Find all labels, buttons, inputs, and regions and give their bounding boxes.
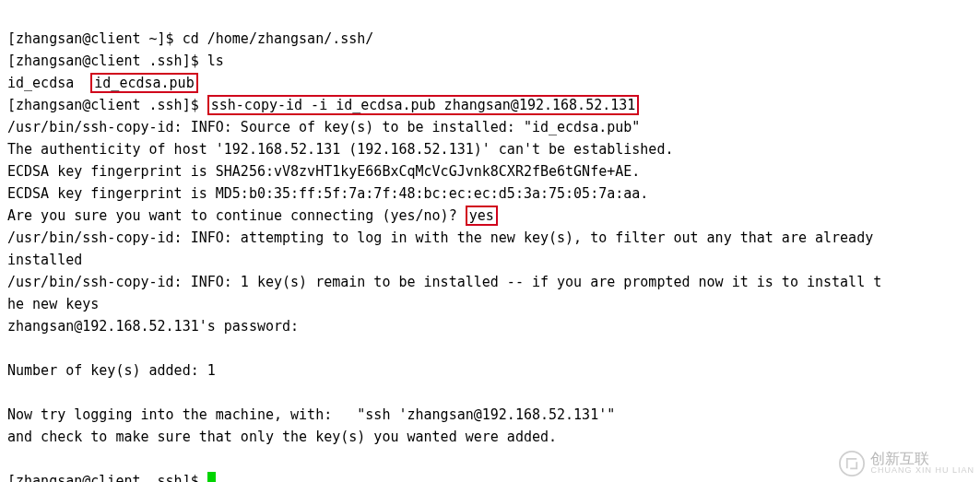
output-line: /usr/bin/ssh-copy-id: INFO: Source of ke… — [7, 119, 640, 135]
prompt: [zhangsan@client ~]$ — [7, 30, 183, 47]
prompt-line: [zhangsan@client .ssh]$ — [7, 473, 216, 482]
output-line: ECDSA key fingerprint is MD5:b0:35:ff:5f… — [7, 185, 648, 202]
prompt: [zhangsan@client .ssh]$ — [7, 473, 207, 482]
confirm-answer-highlight: yes — [466, 206, 498, 226]
terminal[interactable]: [zhangsan@client ~]$ cd /home/zhangsan/.… — [0, 0, 980, 482]
watermark-sub: CHUANG XIN HU LIAN — [870, 465, 974, 475]
watermark-logo-icon — [839, 451, 865, 476]
watermark: 创新互联 CHUANG XIN HU LIAN — [839, 451, 974, 476]
cmd: cd /home/zhangsan/.ssh/ — [183, 30, 374, 47]
prompt: [zhangsan@client .ssh]$ — [7, 97, 207, 113]
prompt-line: [zhangsan@client .ssh]$ ssh-copy-id -i i… — [7, 95, 639, 115]
watermark-text: 创新互联 CHUANG XIN HU LIAN — [870, 453, 974, 475]
output-line: he new keys — [7, 296, 99, 312]
password-prompt-line: zhangsan@192.168.52.131's password: — [7, 318, 299, 335]
output-line: installed — [7, 252, 82, 268]
ssh-copy-id-command-highlight: ssh-copy-id -i id_ecdsa.pub zhangsan@192… — [207, 95, 640, 115]
confirm-question: Are you sure you want to continue connec… — [7, 207, 466, 224]
output-line: /usr/bin/ssh-copy-id: INFO: 1 key(s) rem… — [7, 274, 881, 290]
svg-point-0 — [840, 452, 864, 476]
output-line: /usr/bin/ssh-copy-id: INFO: attempting t… — [7, 229, 873, 246]
cmd: ls — [207, 53, 224, 69]
prompt-line: [zhangsan@client .ssh]$ ls — [7, 53, 224, 69]
output-line: Number of key(s) added: 1 — [7, 362, 216, 379]
watermark-brand: 创新互联 — [870, 453, 974, 465]
file-private-key: id_ecdsa — [7, 75, 90, 91]
cursor-icon — [207, 472, 216, 482]
prompt: [zhangsan@client .ssh]$ — [7, 53, 207, 69]
output-line: Now try logging into the machine, with: … — [7, 406, 615, 423]
confirm-line: Are you sure you want to continue connec… — [7, 206, 498, 226]
ls-output-line: id_ecdsa id_ecdsa.pub — [7, 73, 198, 93]
file-public-key-highlight: id_ecdsa.pub — [90, 73, 197, 93]
output-line: and check to make sure that only the key… — [7, 429, 557, 445]
output-line: The authenticity of host '192.168.52.131… — [7, 141, 673, 158]
output-line: ECDSA key fingerprint is SHA256:vV8zvHT1… — [7, 163, 640, 180]
prompt-line: [zhangsan@client ~]$ cd /home/zhangsan/.… — [7, 30, 373, 47]
